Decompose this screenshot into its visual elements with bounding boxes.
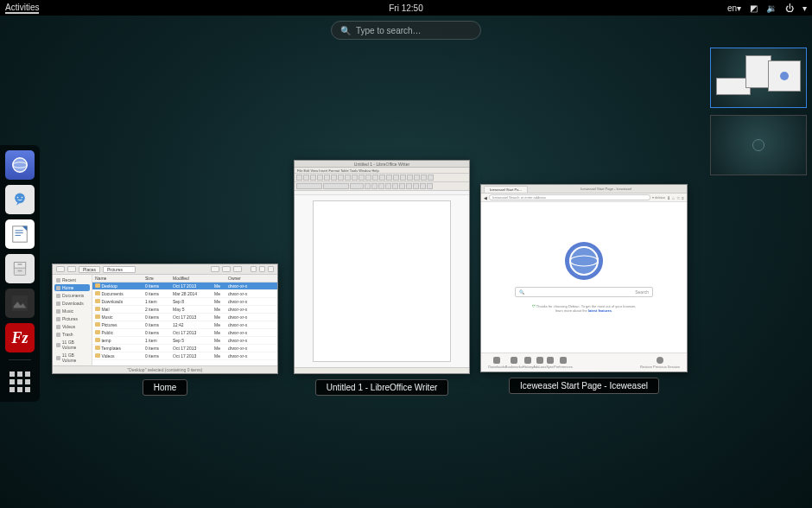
footer-add-ons[interactable]: Add-ons — [533, 357, 546, 369]
startpage-search[interactable]: 🔍 Search — [515, 287, 653, 297]
view-menu-button[interactable] — [233, 266, 242, 272]
svg-point-2 — [15, 194, 25, 204]
features-link[interactable]: latest features — [588, 308, 612, 313]
writer-window: Untitled 1 - LibreOffice Writer File Edi… — [294, 160, 470, 374]
places-dropdown[interactable]: Places — [79, 266, 100, 273]
table-row[interactable]: Pictures0 items12:42Medrwxr-xr-x — [92, 321, 277, 329]
sidebar-item[interactable]: Music — [54, 308, 90, 314]
downloads-icon[interactable]: ⬇ — [667, 195, 670, 200]
dash-terminal[interactable] — [5, 289, 35, 318]
url-bar[interactable]: Iceweasel Search or enter address — [489, 194, 650, 200]
footer-sync[interactable]: Sync — [546, 357, 554, 369]
file-cabinet-icon — [11, 260, 29, 277]
dash-iceweasel[interactable] — [5, 150, 35, 180]
sidebar-item[interactable]: 11 GB Volume — [54, 352, 90, 364]
table-row[interactable]: temp1 itemSep 5Medrwxr-xr-x — [92, 337, 277, 345]
workspace-switcher — [710, 48, 812, 175]
sidebar-item[interactable]: Home — [54, 284, 90, 291]
browser-toolbar: ◀ Iceweasel Search or enter address ▾ de… — [481, 194, 687, 202]
dash-files[interactable] — [5, 254, 35, 283]
sidebar-item[interactable]: Videos — [54, 323, 90, 330]
overview-search[interactable]: 🔍 Type to search… — [331, 21, 481, 40]
dash-separator — [9, 359, 31, 360]
view-grid-button[interactable] — [222, 266, 231, 272]
sidebar-item[interactable]: 11 GB Volume — [54, 339, 90, 351]
table-row[interactable]: Documents0 itemsMar 28 2014Medrwxr-xr-x — [92, 290, 277, 298]
window-thumb-writer[interactable]: Untitled 1 - LibreOffice Writer File Edi… — [294, 160, 470, 396]
svg-point-3 — [17, 197, 19, 199]
writer-page-area — [295, 195, 469, 367]
search-icon: 🔍 — [340, 26, 351, 35]
table-row[interactable]: Mail2 itemsMay 5Medrwxr-xr-x — [92, 306, 277, 314]
home-icon[interactable]: ⌂ — [672, 195, 675, 200]
sidebar-item[interactable]: Documents — [54, 292, 90, 299]
bookmark-icon[interactable]: ☆ — [676, 195, 680, 200]
max-button[interactable] — [259, 266, 265, 272]
writer-icon — [10, 225, 29, 244]
clock[interactable]: Fri 12:50 — [389, 3, 422, 13]
menu-arrow-icon[interactable]: ▾ — [802, 3, 807, 13]
sidebar-item[interactable]: Pictures — [54, 315, 90, 322]
picture-icon — [10, 294, 29, 313]
files-sidebar: RecentHomeDocumentsDownloadsMusicPicture… — [53, 275, 92, 365]
files-statusbar: "Desktop" selected (containing 0 items) — [53, 365, 277, 373]
svg-rect-6 — [16, 230, 23, 231]
svg-rect-11 — [18, 264, 22, 265]
input-source[interactable]: en ▾ — [727, 3, 741, 13]
back-button[interactable] — [56, 266, 65, 272]
svg-rect-12 — [18, 270, 22, 272]
table-row[interactable]: Templates0 itemsOct 17 2013Medrwxr-xr-x — [92, 345, 277, 352]
sidebar-item[interactable]: Trash — [54, 331, 90, 338]
back-icon[interactable]: ◀ — [484, 195, 487, 200]
svg-rect-13 — [12, 295, 28, 311]
filezilla-icon: Fz — [11, 329, 28, 347]
startpage-hint: 🛡 Thanks for choosing Debian. To get the… — [528, 304, 640, 313]
window-thumb-files[interactable]: Places Pictures RecentHomeDocumentsDownl… — [52, 264, 278, 396]
dash-show-apps[interactable] — [5, 367, 35, 397]
restore-session[interactable]: Restore Previous Session — [640, 357, 680, 369]
writer-statusbar — [295, 367, 469, 373]
table-row[interactable]: Desktop0 itemsOct 17 2013Medrwxr-xr-x — [92, 283, 277, 290]
accessibility-icon[interactable]: ◩ — [750, 3, 758, 13]
window-thumb-browser[interactable]: Iceweasel Start Pa… Iceweasel Start Page… — [480, 184, 688, 394]
window-label: Iceweasel Start Page - Iceweasel — [509, 378, 659, 394]
volume-icon[interactable]: 🔉 — [766, 3, 777, 13]
search-engine[interactable]: ▾ debian — [652, 195, 665, 200]
footer-downloads[interactable]: Downloads — [488, 357, 505, 369]
footer-history[interactable]: History — [523, 357, 533, 369]
table-row[interactable]: Public0 itemsOct 17 2013Medrwxr-xr-x — [92, 329, 277, 337]
close-button[interactable] — [268, 266, 274, 272]
status-area: en ▾ ◩ 🔉 ⏻ ▾ — [727, 3, 807, 13]
writer-menubar: File Edit View Insert Format Table Tools… — [295, 168, 469, 174]
dash-empathy[interactable] — [5, 185, 35, 214]
menu-icon[interactable]: ≡ — [682, 195, 684, 200]
writer-page — [313, 200, 451, 362]
window-label: Untitled 1 - LibreOffice Writer — [315, 379, 449, 396]
browser-window: Iceweasel Start Pa… Iceweasel Start Page… — [480, 184, 688, 372]
table-row[interactable]: Videos0 itemsOct 17 2013Medrwxr-xr-x — [92, 352, 277, 360]
min-button[interactable] — [251, 266, 257, 272]
footer-bookmarks[interactable]: Bookmarks — [505, 357, 523, 369]
table-row[interactable]: Downloads1 itemSep 8Medrwxr-xr-x — [92, 298, 277, 306]
browser-tab[interactable]: Iceweasel Start Pa… — [484, 186, 528, 193]
workspace-1[interactable] — [710, 48, 807, 108]
fwd-button[interactable] — [67, 266, 76, 272]
power-icon[interactable]: ⏻ — [785, 3, 794, 13]
dash: Fz — [0, 145, 40, 402]
ws-mini-browser — [768, 60, 801, 92]
activities-button[interactable]: Activities — [5, 3, 39, 14]
svg-rect-8 — [16, 235, 21, 236]
workspace-2[interactable] — [710, 115, 807, 175]
path-bar[interactable]: Pictures — [103, 266, 136, 273]
files-toolbar: Places Pictures — [53, 264, 277, 275]
debian-swirl-icon — [752, 139, 764, 151]
footer-preferences[interactable]: Preferences — [554, 357, 573, 369]
dash-filezilla[interactable]: Fz — [5, 323, 35, 352]
startpage-footer: DownloadsBookmarksHistoryAdd-onsSyncPref… — [481, 352, 687, 371]
view-list-button[interactable] — [211, 266, 219, 272]
table-row[interactable]: Music0 itemsOct 17 2013Medrwxr-xr-x — [92, 314, 277, 321]
sidebar-item[interactable]: Downloads — [54, 300, 90, 307]
dash-libreoffice-writer[interactable] — [5, 219, 35, 249]
svg-point-0 — [13, 158, 28, 173]
sidebar-item[interactable]: Recent — [54, 276, 90, 283]
